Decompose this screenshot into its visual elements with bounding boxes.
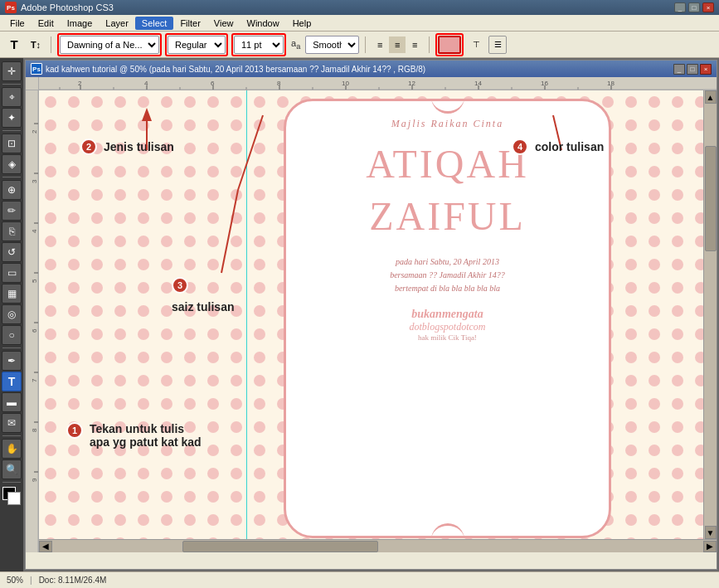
ann-text-4: color tulisan bbox=[535, 140, 604, 153]
menu-layer[interactable]: Layer bbox=[99, 17, 135, 30]
zoom-tool[interactable]: 🔍 bbox=[2, 459, 22, 479]
notes-tool[interactable]: ✉ bbox=[2, 413, 22, 433]
divider1 bbox=[51, 36, 51, 53]
font-name-highlight: Dawning of a Ne... bbox=[57, 33, 162, 56]
card-heading: Majlis Raikan Cinta bbox=[303, 118, 592, 130]
font-style-select[interactable]: Regular bbox=[168, 36, 226, 54]
menu-view[interactable]: View bbox=[207, 17, 240, 30]
close-button[interactable]: × bbox=[702, 2, 714, 12]
menu-window[interactable]: Window bbox=[240, 17, 286, 30]
svg-text:2: 2 bbox=[78, 80, 82, 87]
svg-text:12: 12 bbox=[408, 80, 415, 87]
menu-select[interactable]: Select bbox=[135, 17, 174, 30]
canvas-area: Ps kad kahwen tutorial @ 50% (pada hari … bbox=[23, 58, 719, 571]
annotation-3: 3 saiz tulisan bbox=[172, 277, 234, 313]
magic-wand-tool[interactable]: ✦ bbox=[2, 108, 22, 128]
tool-sep3 bbox=[2, 177, 21, 177]
hand-tool[interactable]: ✋ bbox=[2, 439, 22, 459]
svg-rect-0 bbox=[39, 77, 717, 90]
blur-tool[interactable]: ◎ bbox=[2, 304, 22, 324]
v-scrollbar[interactable]: ▲ ▼ bbox=[703, 90, 717, 539]
svg-text:14: 14 bbox=[474, 80, 482, 87]
app-icon: Ps bbox=[5, 2, 17, 13]
h-scrollbar[interactable]: ◀ ▶ bbox=[39, 539, 717, 552]
align-center-button[interactable]: ≡ bbox=[389, 36, 406, 53]
svg-text:16: 16 bbox=[541, 80, 548, 87]
doc-sizes: Doc: 8.11M/26.4M bbox=[39, 576, 107, 585]
svg-text:8: 8 bbox=[277, 80, 281, 87]
menu-help[interactable]: Help bbox=[286, 17, 318, 30]
text-orient-button[interactable]: T↕ bbox=[27, 36, 45, 54]
document-title: kad kahwen tutorial @ 50% (pada hari Sab… bbox=[46, 65, 425, 74]
window-controls: _ □ × bbox=[674, 2, 714, 12]
warp-button[interactable]: ⊤ bbox=[467, 36, 485, 54]
svg-rect-29 bbox=[26, 90, 39, 552]
maximize-button[interactable]: □ bbox=[688, 2, 700, 12]
shape-tool[interactable]: ▬ bbox=[2, 392, 22, 412]
crop-tool[interactable]: ⊡ bbox=[2, 134, 22, 153]
card-name2: ZAIFUL bbox=[303, 195, 592, 239]
doc-close[interactable]: × bbox=[700, 64, 712, 75]
brush-tool[interactable]: ✏ bbox=[2, 201, 22, 221]
svg-text:3: 3 bbox=[31, 179, 38, 183]
minimize-button[interactable]: _ bbox=[674, 2, 686, 12]
svg-text:9: 9 bbox=[31, 478, 38, 482]
title-bar: Ps Adobe Photoshop CS3 _ □ × bbox=[0, 0, 719, 15]
eraser-tool[interactable]: ▭ bbox=[2, 263, 22, 283]
text-tool-button[interactable]: T bbox=[5, 36, 23, 54]
gradient-tool[interactable]: ▦ bbox=[2, 284, 22, 304]
lasso-tool[interactable]: ⌖ bbox=[2, 87, 22, 107]
divider2 bbox=[365, 36, 366, 53]
heal-tool[interactable]: ⊕ bbox=[2, 180, 22, 200]
svg-text:6: 6 bbox=[211, 80, 215, 87]
aa-label: aa bbox=[289, 38, 302, 51]
menu-bar: File Edit Image Layer Select Filter View… bbox=[0, 15, 719, 32]
doc-minimize[interactable]: _ bbox=[673, 64, 685, 75]
font-size-select[interactable]: 11 pt bbox=[234, 36, 284, 54]
doc-icon: Ps bbox=[31, 63, 42, 75]
annotation-1: 1 Tekan untuk tulisapa yg patut kat kad bbox=[66, 422, 202, 449]
align-right-button[interactable]: ≡ bbox=[406, 36, 423, 53]
font-style-highlight: Regular bbox=[165, 33, 228, 56]
history-brush[interactable]: ↺ bbox=[2, 242, 22, 262]
menu-file[interactable]: File bbox=[3, 17, 32, 30]
font-name-select[interactable]: Dawning of a Ne... bbox=[60, 36, 159, 54]
antialiasing-select[interactable]: Smooth bbox=[305, 36, 359, 54]
svg-text:5: 5 bbox=[31, 279, 38, 283]
watermark2: dotblogspotdotcom bbox=[303, 321, 592, 333]
background-color[interactable] bbox=[7, 492, 21, 505]
annotation-2: 2 Jenis tulisan bbox=[80, 138, 174, 155]
menu-filter[interactable]: Filter bbox=[173, 17, 206, 30]
tool-sep6 bbox=[2, 482, 21, 483]
doc-maximize[interactable]: □ bbox=[687, 64, 698, 75]
main-area: ✛ ⌖ ✦ ⊡ ◈ ⊕ ✏ ⎘ ↺ ▭ ▦ ◎ ○ ✒ T ▬ ✉ ✋ 🔍 bbox=[0, 58, 719, 571]
pen-tool[interactable]: ✒ bbox=[2, 351, 22, 371]
dodge-tool[interactable]: ○ bbox=[2, 325, 22, 345]
menu-edit[interactable]: Edit bbox=[32, 17, 61, 30]
clone-tool[interactable]: ⎘ bbox=[2, 221, 22, 241]
align-left-button[interactable]: ≡ bbox=[372, 36, 388, 53]
ann-circle-4: 4 bbox=[512, 138, 528, 155]
zoom-level: 50% bbox=[7, 576, 23, 585]
ruler-corner bbox=[26, 77, 39, 90]
align-buttons: ≡ ≡ ≡ bbox=[372, 36, 423, 53]
toolbox: ✛ ⌖ ✦ ⊡ ◈ ⊕ ✏ ⎘ ↺ ▭ ▦ ◎ ○ ✒ T ▬ ✉ ✋ 🔍 bbox=[0, 58, 23, 571]
menu-image[interactable]: Image bbox=[61, 17, 100, 30]
move-tool[interactable]: ✛ bbox=[2, 61, 22, 81]
status-bar: 50% | Doc: 8.11M/26.4M bbox=[0, 571, 719, 588]
options-bar: T T↕ Dawning of a Ne... Regular 11 pt aa… bbox=[0, 32, 719, 58]
text-tool[interactable]: T bbox=[2, 372, 22, 391]
card-date: pada hari Sabtu, 20 April 2013 bersamaan… bbox=[303, 255, 592, 295]
ann-text-1: Tekan untuk tulisapa yg patut kat kad bbox=[90, 422, 202, 449]
doc-window-controls: _ □ × bbox=[673, 64, 712, 75]
color-swatch[interactable] bbox=[438, 36, 461, 54]
document-title-bar: Ps kad kahwen tutorial @ 50% (pada hari … bbox=[26, 61, 717, 77]
tool-sep2 bbox=[2, 130, 21, 131]
eyedropper-tool[interactable]: ◈ bbox=[2, 154, 22, 174]
character-panel-button[interactable]: ☰ bbox=[488, 36, 507, 54]
ruler-horizontal: 2 4 6 8 10 12 14 16 18 bbox=[39, 77, 717, 90]
svg-text:7: 7 bbox=[31, 378, 38, 382]
svg-text:4: 4 bbox=[31, 229, 38, 233]
ruler-vertical: 2 3 4 5 6 7 8 9 bbox=[26, 90, 39, 552]
watermark3: hak milik Cik Tiqa! bbox=[303, 333, 592, 342]
